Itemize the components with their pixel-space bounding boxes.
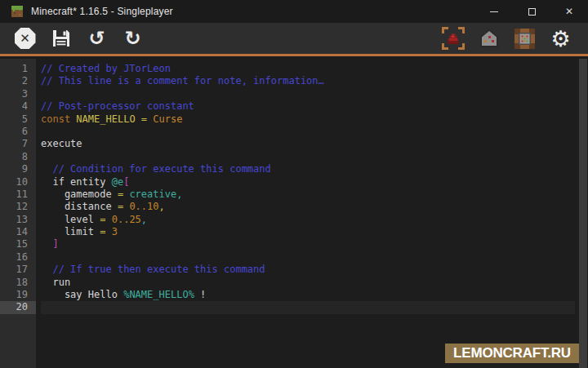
close-button[interactable]: ✕ <box>550 0 588 23</box>
scrollbar-thumb[interactable] <box>579 59 587 368</box>
settings-button[interactable]: ⚙ <box>546 24 576 53</box>
code-line[interactable]: gamemode = creative, <box>41 188 575 201</box>
line-number: 1 <box>0 63 36 75</box>
redstone-target-button[interactable] <box>438 24 468 53</box>
code-line[interactable]: distance = 0..10, <box>41 201 575 213</box>
code-line[interactable]: limit = 3 <box>41 226 575 238</box>
line-number: 5 <box>0 113 36 126</box>
code-token: = <box>118 201 129 212</box>
code-token: gamemode <box>41 188 118 200</box>
code-token: NAME_HELLO <box>76 113 140 125</box>
maximize-button[interactable] <box>513 0 550 23</box>
grass-block-icon <box>11 5 24 18</box>
line-number: 20 <box>0 301 36 313</box>
minimize-icon <box>490 11 498 12</box>
vertical-scrollbar <box>579 59 587 368</box>
code-line[interactable]: if entity @e[ <box>41 176 575 188</box>
code-line[interactable] <box>41 251 575 264</box>
code-token: ! <box>194 289 206 300</box>
close-file-icon: ✕ <box>15 28 36 49</box>
home-icon <box>479 28 500 49</box>
line-number: 9 <box>0 163 36 175</box>
code-token: ] <box>41 238 59 250</box>
line-number: 11 <box>0 188 36 201</box>
code-line[interactable]: say Hello %NAME_HELLO% ! <box>41 289 575 301</box>
code-token: distance <box>41 201 118 212</box>
code-token: Curse <box>153 113 182 125</box>
code-line[interactable] <box>41 88 575 100</box>
code-line[interactable]: // Created by JTorLeon <box>41 63 575 75</box>
settings-gear-icon: ⚙ <box>550 28 570 50</box>
code-token: = <box>118 188 129 200</box>
window-title: Minecraft* 1.16.5 - Singleplayer <box>31 6 173 17</box>
line-number: 17 <box>0 264 36 276</box>
code-area[interactable]: // Created by JTorLeon// This line is a … <box>36 59 575 368</box>
code-token: say Hello <box>41 289 123 300</box>
code-token: , <box>141 214 147 225</box>
line-number: 14 <box>0 226 36 238</box>
line-number: 19 <box>0 289 36 301</box>
code-token: %NAME_HELLO% <box>123 289 194 300</box>
gutter: 1234567891011121314151617181920 <box>0 59 36 368</box>
code-line[interactable]: level = 0..25, <box>41 214 575 226</box>
code-token: limit <box>41 226 100 237</box>
code-line[interactable]: ] <box>41 238 575 251</box>
code-line[interactable] <box>41 151 575 163</box>
command-block-button[interactable] <box>510 24 540 53</box>
code-line[interactable]: execute <box>41 138 575 150</box>
code-token: [ <box>123 176 129 188</box>
code-token: // If true then execute this command <box>41 264 265 275</box>
home-button[interactable] <box>474 24 504 53</box>
code-token: level <box>41 214 100 225</box>
code-token: // This line is a comment for note, info… <box>41 75 324 86</box>
line-number: 18 <box>0 277 36 289</box>
code-token: = <box>100 214 111 225</box>
undo-icon: ↺ <box>88 29 105 48</box>
redstone-target-icon <box>442 27 465 50</box>
line-number: 8 <box>0 151 36 163</box>
line-number: 10 <box>0 176 36 188</box>
command-block-icon <box>514 28 536 50</box>
code-token: run <box>41 277 70 288</box>
minimize-button[interactable] <box>475 0 513 23</box>
line-number: 16 <box>0 251 36 264</box>
code-token: 0..10 <box>129 201 158 212</box>
code-line[interactable]: run <box>41 277 575 289</box>
toolbar: ✕ ↺ ↻ <box>0 23 588 56</box>
toolbar-right-group: ⚙ <box>438 24 576 53</box>
undo-button[interactable]: ↺ <box>82 24 112 53</box>
redo-button[interactable]: ↻ <box>118 24 148 53</box>
line-number: 3 <box>0 88 36 100</box>
save-button[interactable] <box>46 24 76 53</box>
code-token: @e <box>112 176 123 188</box>
line-number: 6 <box>0 126 36 138</box>
code-line[interactable]: // Post-processor constant <box>41 100 575 113</box>
code-line[interactable]: // Condition for execute this command <box>41 163 575 175</box>
code-token: 3 <box>112 226 118 237</box>
code-token: = <box>141 113 153 125</box>
code-token: const <box>41 113 76 125</box>
code-token: creative, <box>129 188 182 200</box>
line-number: 2 <box>0 75 36 87</box>
code-token: // Created by JTorLeon <box>41 63 171 74</box>
close-icon: ✕ <box>565 7 573 16</box>
code-line[interactable] <box>41 301 575 313</box>
titlebar: Minecraft* 1.16.5 - Singleplayer ✕ <box>0 0 588 23</box>
toolbar-left-group: ✕ ↺ ↻ <box>10 24 148 53</box>
line-number: 7 <box>0 138 36 150</box>
save-icon <box>51 28 72 49</box>
code-token: if entity <box>41 176 112 188</box>
window-controls: ✕ <box>475 0 588 23</box>
maximize-icon <box>528 8 536 16</box>
code-editor: 1234567891011121314151617181920 // Creat… <box>0 59 588 368</box>
code-line[interactable]: const NAME_HELLO = Curse <box>41 113 575 126</box>
redo-icon: ↻ <box>124 29 140 48</box>
code-line[interactable]: // This line is a comment for note, info… <box>41 75 575 87</box>
line-number: 12 <box>0 201 36 213</box>
code-line[interactable]: // If true then execute this command <box>41 264 575 276</box>
code-line[interactable] <box>41 126 575 138</box>
code-token: = <box>100 226 111 237</box>
line-number: 13 <box>0 214 36 226</box>
close-file-button[interactable]: ✕ <box>10 24 40 53</box>
code-token: , <box>159 201 165 212</box>
